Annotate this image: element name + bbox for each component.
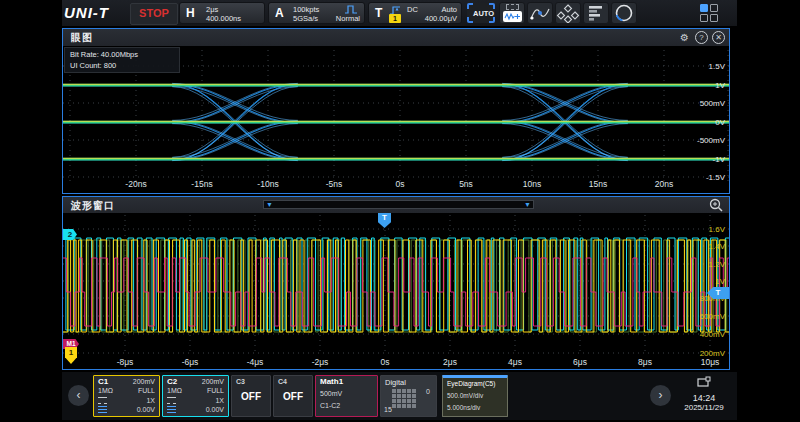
settings-gear-icon[interactable]: ⚙ [678, 31, 691, 44]
c2-coupling-icon [167, 397, 176, 404]
top-toolbar: UNI-T STOP H 2μs 400.000ns A 100kpts 5GS… [62, 0, 737, 26]
c1-offset: 0.00V [137, 406, 155, 414]
c1-label: C1 [98, 378, 108, 386]
c1-impedance: 1MΩ [98, 387, 113, 395]
search-circle-icon [613, 3, 635, 23]
c4-state: OFF [274, 391, 312, 402]
acquire-key-label: A [275, 6, 284, 20]
axis-label: 1V [715, 277, 725, 286]
axis-label: 500mV [700, 99, 725, 108]
math1-label: Math1 [320, 378, 343, 386]
digital-bit-cell [412, 394, 416, 398]
window-layout-button[interactable] [700, 4, 719, 22]
digital-bit-cell [397, 394, 401, 398]
histogram-button[interactable] [583, 2, 609, 24]
axis-label: 1.5V [709, 62, 725, 71]
axis-label: 15ns [589, 179, 607, 189]
run-stop-button[interactable]: STOP [130, 3, 178, 25]
channel4-tile[interactable]: C4 OFF [273, 375, 313, 417]
digital-bit-cell [412, 404, 416, 408]
curve-icon [529, 5, 551, 22]
digital-bit-cell [392, 399, 396, 403]
axis-label: 0s [396, 179, 405, 189]
scroll-channels-right-button[interactable]: › [650, 385, 671, 406]
xy-mode-button[interactable] [555, 2, 581, 24]
timebase-value: 2μs [206, 5, 218, 14]
axis-label: -5ns [326, 179, 343, 189]
wave-panel-title: 波形窗口 [71, 199, 115, 213]
axis-label: 8μs [638, 357, 652, 367]
digital-tile[interactable]: Digital 0 15 [380, 375, 437, 417]
layout-cell [710, 14, 718, 22]
digital-label: Digital [385, 378, 406, 387]
axis-label: 1.4V [709, 242, 725, 251]
digital-bit-cell [392, 389, 396, 393]
scrollbar-right-marker-icon[interactable]: ▼ [524, 200, 531, 209]
digital-bit-cell [392, 404, 396, 408]
waveform-move-icon [503, 11, 522, 22]
eye-diagram-panel: 眼图 ⚙ ? ✕ Bit Rate: 40.00Mbps UI Count: 8… [62, 28, 730, 194]
eye-panel-header: 眼图 ⚙ ? ✕ [63, 29, 729, 46]
digital-bit-cell [412, 399, 416, 403]
eye-diagram-plot[interactable]: Bit Rate: 40.00Mbps UI Count: 800 -20ns-… [63, 46, 729, 193]
eye-source-label: EyeDiagram(C5) [447, 380, 495, 388]
layout-cell [710, 4, 718, 12]
axis-label: -2μs [312, 357, 329, 367]
clock-date: 2025/11/29 [672, 403, 736, 412]
zoom-pan-tool-button[interactable] [499, 2, 525, 24]
measure-curve-button[interactable] [527, 2, 553, 24]
auto-setup-button[interactable]: AUTO [467, 3, 495, 23]
digital-bit-cell [402, 394, 406, 398]
c4-label: C4 [278, 378, 287, 385]
digital-bit0-label: 0 [426, 388, 430, 395]
help-icon[interactable]: ? [695, 31, 708, 44]
search-button[interactable] [611, 2, 637, 24]
scroll-channels-left-button[interactable]: ‹ [68, 385, 89, 406]
horizontal-scrollbar[interactable]: ▼ ▼ [263, 200, 534, 209]
trigger-sweep-value: Auto [442, 5, 457, 14]
ui-count-readout: UI Count: 800 [70, 60, 174, 71]
close-icon[interactable]: ✕ [712, 31, 725, 44]
trigger-level-value: 400.00μV [425, 14, 457, 23]
channel-status-bar: ‹ C1200mV 1MΩFULL 1X 0.00V C2200mV 1MΩFU… [62, 372, 737, 420]
digital-bit-cell [397, 399, 401, 403]
axis-label: 6μs [573, 357, 587, 367]
digital-bit-cell [402, 399, 406, 403]
eye-info-box: Bit Rate: 40.00Mbps UI Count: 800 [64, 47, 180, 73]
c1-bandwidth: FULL [138, 387, 155, 395]
horizontal-key-label: H [186, 6, 195, 20]
screen-capture-icon [697, 376, 711, 388]
channel2-tile[interactable]: C2200mV 1MΩFULL 1X 0.00V [162, 375, 229, 417]
selection-rect-icon [506, 4, 519, 10]
c2-scale: 200mV [202, 378, 224, 386]
c2-label: C2 [167, 378, 177, 386]
channel3-tile[interactable]: C3 OFF [231, 375, 271, 417]
zoom-magnifier-icon[interactable] [709, 198, 724, 212]
waveform-traces [63, 213, 729, 369]
axis-label: -1V [713, 155, 725, 164]
digital-bit-cell [407, 404, 411, 408]
c3-label: C3 [236, 378, 245, 385]
scrollbar-left-marker-icon[interactable]: ▼ [266, 200, 273, 209]
trigger-key-label: T [375, 6, 382, 20]
axis-label: -10ns [257, 179, 278, 189]
channel1-tile[interactable]: C1200mV 1MΩFULL 1X 0.00V [93, 375, 160, 417]
eye-panel-title: 眼图 [71, 31, 93, 45]
digital-bit-cell [397, 389, 401, 393]
math1-scale: 500mV [320, 390, 342, 398]
axis-label: -500mV [697, 136, 725, 145]
datetime-display[interactable]: 14:24 2025/11/29 [672, 374, 736, 418]
c3-state: OFF [232, 391, 270, 402]
diamonds-icon [555, 3, 581, 23]
eye-diagram-source-tile[interactable]: EyeDiagram(C5) 500.0mV/div 5.000ns/div [442, 375, 508, 417]
layout-cell-active [700, 4, 708, 12]
digital-bit-cell [412, 389, 416, 393]
horizontal-settings-button[interactable]: H 2μs 400.000ns [179, 2, 265, 24]
acquire-settings-button[interactable]: A 100kpts 5GSa/s Normal [268, 2, 365, 24]
math1-tile[interactable]: Math1 500mV C1-C2 [315, 375, 378, 417]
digital-bit-cell [397, 404, 401, 408]
axis-label: 600mV [700, 312, 725, 321]
trigger-settings-button[interactable]: T 1 DC Auto 400.00μV [368, 2, 462, 24]
waveform-plot[interactable]: T T 2 M1 1 -8μs-6μs-4μs-2μs0s2μs4μs6μs8μ… [63, 213, 729, 369]
brand-logo: UNI-T [64, 3, 126, 23]
